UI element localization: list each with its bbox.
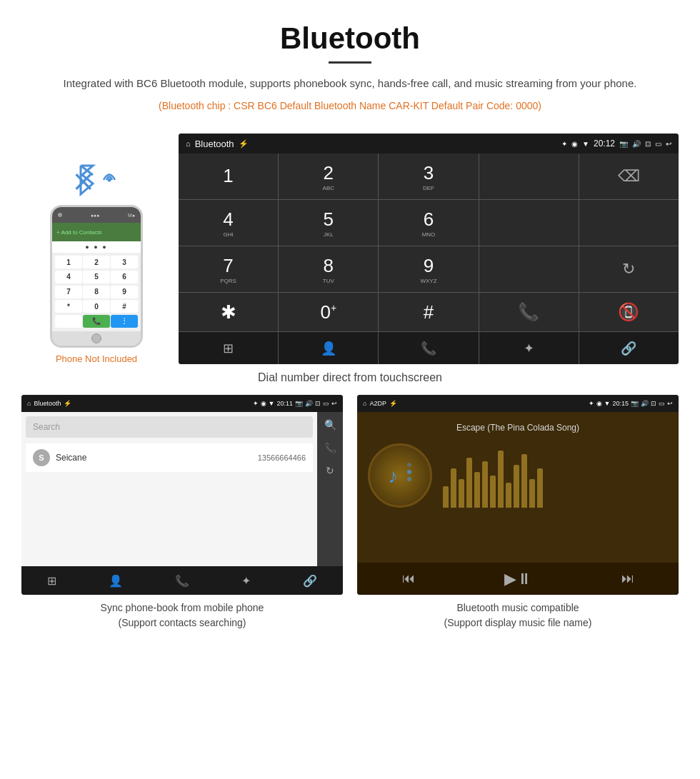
pb-vol: 🔊 xyxy=(305,400,313,407)
music-signal: ▼ xyxy=(604,400,611,407)
android-dialpad-screen: ⌂ Bluetooth ⚡ ✦ ◉ ▼ 20:12 📷 🔊 ⊡ ▭ ↩ xyxy=(179,134,679,364)
volume-icon: 🔊 xyxy=(632,140,641,148)
pb-caption-line2: (Support contacts searching) xyxy=(119,617,246,628)
dial-key-3[interactable]: 3 DEF xyxy=(379,154,478,199)
album-area: ♪ xyxy=(368,443,668,508)
svg-point-5 xyxy=(407,477,411,481)
pb-bottom-bar: ⊞ 👤 📞 ✦ 🔗 xyxy=(21,566,343,595)
phone-key-empty1 xyxy=(55,315,82,328)
music-time: 20:15 xyxy=(612,400,629,407)
dial-key-6[interactable]: 6 MNO xyxy=(379,200,478,246)
music-note-svg: ♪ xyxy=(382,458,418,493)
phone-key-2: 2 xyxy=(83,256,110,268)
contact-avatar: S xyxy=(33,449,50,466)
pb-bottom-grid[interactable]: ⊞ xyxy=(47,574,56,588)
dial-bottom-contacts[interactable]: 👤 xyxy=(279,332,378,364)
music-caption-line2: (Support display music file name) xyxy=(444,617,592,628)
dial-key-4[interactable]: 4 GHI xyxy=(179,200,278,246)
music-win: ▭ xyxy=(659,400,665,407)
music-controls: ⏮ ▶⏸ ⏭ xyxy=(357,563,679,595)
dial-bottom-phone[interactable]: 📞 xyxy=(379,332,478,364)
pb-caption-line1: Sync phone-book from mobile phone xyxy=(101,602,264,613)
pb-bottom-link[interactable]: 🔗 xyxy=(303,574,317,588)
pb-bottom-phone[interactable]: 📞 xyxy=(175,574,189,588)
music-caption: Bluetooth music compatible (Support disp… xyxy=(357,595,679,633)
dial-backspace[interactable]: ⌫ xyxy=(579,154,679,199)
pb-time: 20:11 xyxy=(276,400,293,407)
pb-call-icon[interactable]: 📞 xyxy=(324,442,336,453)
dial-key-1[interactable]: 1 xyxy=(179,154,278,199)
dial-key-star[interactable]: ✱ xyxy=(179,293,278,331)
phone-key-4: 4 xyxy=(55,271,82,283)
back-icon: ↩ xyxy=(666,140,671,148)
music-usb-icon: ⚡ xyxy=(389,400,397,407)
svg-point-4 xyxy=(407,470,411,474)
location-icon: ◉ xyxy=(571,140,578,148)
dial-key-7[interactable]: 7 PQRS xyxy=(179,246,278,292)
phone-key-3: 3 xyxy=(111,256,138,268)
phone-key-6: 6 xyxy=(111,271,138,283)
phone-key-9: 9 xyxy=(111,286,138,298)
pb-content-area: Search S Seicane 13566664466 xyxy=(21,412,343,566)
svg-text:♪: ♪ xyxy=(388,465,398,487)
pb-search-bar[interactable]: Search xyxy=(26,416,313,438)
eq-bar xyxy=(514,465,519,508)
pb-status-right: ✦ ◉ ▼ 20:11 📷 🔊 ⊡ ▭ ↩ xyxy=(253,400,337,407)
phone-key-8: 8 xyxy=(83,286,110,298)
pb-contact-row[interactable]: S Seicane 13566664466 xyxy=(26,443,313,472)
phone-screen-header: + Add to Contacts xyxy=(52,223,141,241)
dial-key-5[interactable]: 5 JKL xyxy=(279,200,378,246)
dial-refresh[interactable]: ↻ xyxy=(579,246,679,292)
pb-refresh-icon[interactable]: ↻ xyxy=(326,465,334,476)
album-art: ♪ xyxy=(368,443,432,508)
phone-key-star: * xyxy=(55,300,82,313)
dial-key-2[interactable]: 2 ABC xyxy=(279,154,378,199)
dial-key-9[interactable]: 9 WXYZ xyxy=(379,246,478,292)
music-stop: ⊡ xyxy=(651,400,656,407)
music-android-screen: ⌂ A2DP ⚡ ✦ ◉ ▼ 20:15 📷 🔊 ⊡ ▭ ↩ xyxy=(357,395,679,595)
prev-button[interactable]: ⏮ xyxy=(402,571,415,586)
phone-key-hash: # xyxy=(111,300,138,313)
dial-key-hash[interactable]: # xyxy=(379,293,478,331)
dial-bottom-bt[interactable]: ✦ xyxy=(479,332,579,364)
dial-bottom-grid[interactable]: ⊞ xyxy=(179,332,278,364)
equalizer xyxy=(443,443,668,508)
dial-end-button[interactable]: 📵 xyxy=(579,293,679,331)
dial-key-8[interactable]: 8 TUV xyxy=(279,246,378,292)
eq-bar xyxy=(459,479,464,508)
dial-key-0[interactable]: 0+ xyxy=(279,293,378,331)
pb-bottom-user[interactable]: 👤 xyxy=(109,574,123,588)
play-pause-button[interactable]: ▶⏸ xyxy=(504,570,532,588)
dial-empty-3 xyxy=(579,200,679,246)
phone-not-included-label: Phone Not Included xyxy=(56,353,137,364)
bt-signal-container: ⨯ xyxy=(68,155,125,205)
pb-search-placeholder: Search xyxy=(33,422,60,432)
svg-point-2 xyxy=(108,179,111,182)
music-home-icon: ⌂ xyxy=(363,400,366,407)
pb-bottom-bt[interactable]: ✦ xyxy=(241,574,251,588)
dial-call-button[interactable]: 📞 xyxy=(479,293,579,331)
window-icon: ▭ xyxy=(655,140,661,148)
dialpad-container: 1 2 ABC 3 DEF ⌫ 4 GHI xyxy=(179,154,679,364)
svg-point-6 xyxy=(407,463,411,467)
music-caption-line1: Bluetooth music compatible xyxy=(456,602,579,613)
next-button[interactable]: ⏭ xyxy=(621,571,634,586)
dial-caption: Dial number direct from touchscreen xyxy=(0,364,700,395)
pb-usb-icon: ⚡ xyxy=(64,400,71,407)
pb-location: ◉ xyxy=(261,400,266,407)
app-title: Bluetooth xyxy=(195,139,234,149)
pb-search-icon[interactable]: 🔍 xyxy=(324,419,336,431)
bottom-screens: ⌂ Bluetooth ⚡ ✦ ◉ ▼ 20:11 📷 🔊 ⊡ ▭ ↩ xyxy=(0,395,700,648)
android-status-bar: ⌂ Bluetooth ⚡ ✦ ◉ ▼ 20:12 📷 🔊 ⊡ ▭ ↩ xyxy=(179,134,679,154)
dial-bottom-link[interactable]: 🔗 xyxy=(579,332,679,364)
home-icon: ⌂ xyxy=(186,139,191,148)
contact-number: 13566664466 xyxy=(258,453,306,462)
eq-bar xyxy=(537,468,543,508)
eq-bar xyxy=(451,468,456,508)
eq-bar xyxy=(474,472,480,508)
eq-bar xyxy=(466,458,472,508)
bluetooth-specs: (Bluetooth chip : CSR BC6 Default Blueto… xyxy=(43,98,657,114)
eq-bar xyxy=(490,476,496,508)
phone-key-bt: ⋮ xyxy=(111,315,138,328)
music-status-right: ✦ ◉ ▼ 20:15 📷 🔊 ⊡ ▭ ↩ xyxy=(589,400,673,407)
